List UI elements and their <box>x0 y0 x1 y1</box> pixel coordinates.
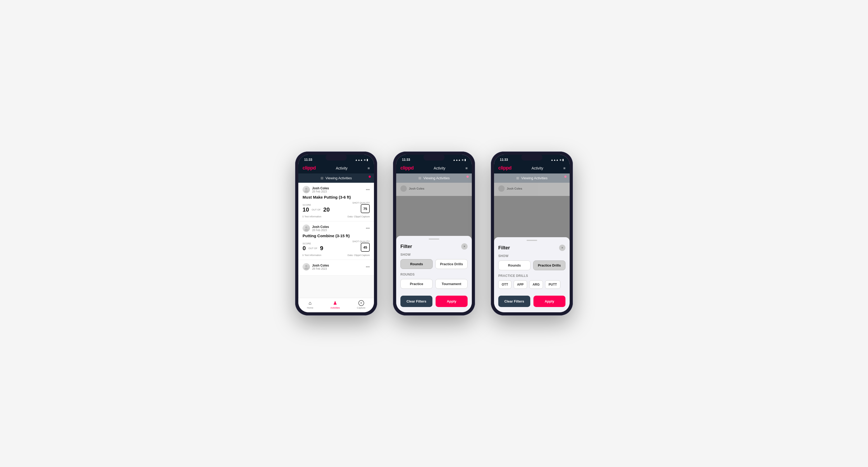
dimmed-content-2: Josh Coles Filter × <box>396 183 472 312</box>
filter-icon-2: ⊞ <box>418 176 421 180</box>
viewing-bar-2: ⊞ Viewing Activities <box>396 174 472 183</box>
viewing-bar-3: ⊞ Viewing Activities <box>494 174 570 183</box>
more-dots-2[interactable]: ••• <box>366 226 370 230</box>
data-source-1: Data: Clippd Capture <box>347 215 370 218</box>
practice-round-btn-2[interactable]: Practice <box>400 279 433 289</box>
logo-1: clippd <box>303 165 316 171</box>
svg-point-3 <box>304 229 308 231</box>
status-time-1: 11:33 <box>304 158 312 162</box>
signal-icon-1: ▲▲▲ <box>355 158 363 161</box>
practice-drills-btn-2[interactable]: Practice Drills <box>435 259 468 269</box>
tags-row-3: OTT APP ARG PUTT <box>498 280 565 289</box>
battery-icon-2: ▮ <box>464 158 466 161</box>
nav-activities-1[interactable]: ♟ Activities <box>330 300 340 309</box>
activity-card-1: Josh Coles 28 Feb 2023 ••• Must Make Put… <box>298 183 374 221</box>
card-header-1: Josh Coles 28 Feb 2023 ••• <box>303 186 370 193</box>
score-label-1: Score <box>303 204 330 206</box>
out-of-2: OUT OF <box>308 247 317 250</box>
user-name-2: Josh Coles <box>312 225 329 229</box>
score-value-1: 10 <box>303 206 309 213</box>
status-time-2: 11:33 <box>402 158 410 162</box>
ott-btn-3[interactable]: OTT <box>498 280 512 289</box>
show-section-2: Show Rounds Practice Drills <box>396 253 472 273</box>
hamburger-icon-2[interactable]: ≡ <box>465 166 468 170</box>
activity-card-3: Josh Coles 28 Feb 2023 ••• <box>298 260 374 276</box>
more-dots-1[interactable]: ••• <box>366 187 370 192</box>
show-buttons-2: Rounds Practice Drills <box>400 259 468 269</box>
app-header-1: clippd Activity ≡ <box>298 163 374 174</box>
avatar-2 <box>303 224 310 232</box>
phone-3-screen: 11:33 ▲▲▲ ⌾ ▮ clippd Activity ≡ ⊞ Viewin… <box>494 155 570 312</box>
header-title-3: Activity <box>532 166 543 170</box>
nav-capture-1[interactable]: + Capture <box>357 300 366 309</box>
out-of-1: OUT OF <box>312 208 320 211</box>
clear-filters-btn-2[interactable]: Clear Filters <box>400 295 432 307</box>
activity-title-1: Must Make Putting (3-6 ft) <box>303 195 370 199</box>
drag-handle-2 <box>429 239 439 240</box>
apply-btn-2[interactable]: Apply <box>436 295 468 307</box>
stat-group-quality-2: Shot Quality 45 <box>352 240 370 252</box>
phone-2: 11:33 ▲▲▲ ⌾ ▮ clippd Activity ≡ ⊞ Viewin… <box>393 152 475 315</box>
avatar-3 <box>303 263 310 271</box>
user-name-1: Josh Coles <box>312 186 329 190</box>
dynamic-island-2 <box>424 154 444 160</box>
rounds-btn-2[interactable]: Rounds <box>400 259 433 269</box>
putt-btn-3[interactable]: PUTT <box>545 280 560 289</box>
app-btn-3[interactable]: APP <box>514 280 527 289</box>
shots-value-2: 9 <box>320 245 323 252</box>
phone-1-screen: 11:33 ▲▲▲ ⌾ ▮ clippd Activity ≡ ⊞ Viewin… <box>298 155 374 312</box>
stats-section-2: Score 0 OUT OF 9 Shot Quality 45 <box>303 240 370 252</box>
modal-title-3: Filter <box>498 245 510 251</box>
phone-3: 11:33 ▲▲▲ ⌾ ▮ clippd Activity ≡ ⊞ Viewin… <box>491 152 573 315</box>
dynamic-island-1 <box>326 154 347 160</box>
arg-btn-3[interactable]: ARG <box>529 280 543 289</box>
logo-2: clippd <box>400 165 414 171</box>
dimmed-content-3: Josh Coles Filter × <box>494 183 570 312</box>
wifi-icon-1: ⌾ <box>364 158 366 161</box>
rounds-section-2: Rounds Practice Tournament <box>396 273 472 292</box>
user-date-2: 28 Feb 2023 <box>312 229 329 232</box>
capture-label-1: Capture <box>357 307 366 309</box>
nav-home-1[interactable]: ⌂ Home <box>307 301 313 309</box>
stat-group-quality-1: Shot Quality 75 <box>352 201 370 213</box>
phone-1: 11:33 ▲▲▲ ⌾ ▮ clippd Activity ≡ ⊞ Viewin… <box>295 152 377 315</box>
card-header-2: Josh Coles 28 Feb 2023 ••• <box>303 224 370 232</box>
user-date-1: 28 Feb 2023 <box>312 190 329 193</box>
modal-footer-2: Clear Filters Apply <box>396 292 472 307</box>
activities-icon-1: ♟ <box>333 300 337 306</box>
viewing-bar-1[interactable]: ⊞ Viewing Activities <box>298 174 374 183</box>
red-dot-1 <box>369 176 371 178</box>
viewing-bar-text-2: Viewing Activities <box>424 176 450 180</box>
svg-point-1 <box>304 190 308 192</box>
modal-close-2[interactable]: × <box>461 243 468 250</box>
signal-icon-3: ▲▲▲ <box>551 158 559 161</box>
user-info-1: Josh Coles 28 Feb 2023 <box>303 186 329 193</box>
filter-icon-1: ⊞ <box>320 176 323 180</box>
viewing-bar-text-3: Viewing Activities <box>521 176 548 180</box>
tournament-btn-2[interactable]: Tournament <box>435 279 468 289</box>
logo-3: clippd <box>498 165 512 171</box>
score-value-2: 0 <box>303 245 306 252</box>
practice-drills-btn-3[interactable]: Practice Drills <box>533 260 565 270</box>
user-date-3: 28 Feb 2023 <box>312 267 329 270</box>
card-header-3: Josh Coles 28 Feb 2023 ••• <box>303 263 370 271</box>
red-dot-2 <box>467 176 469 178</box>
user-name-3: Josh Coles <box>312 263 329 267</box>
show-buttons-3: Rounds Practice Drills <box>498 260 565 270</box>
avatar-1 <box>303 186 310 193</box>
quality-label-1: Shot Quality <box>352 201 370 204</box>
modal-close-3[interactable]: × <box>559 245 565 251</box>
card-footer-2: ℹ Test Information Data: Clippd Capture <box>303 254 370 256</box>
hamburger-icon-3[interactable]: ≡ <box>563 166 565 170</box>
apply-btn-3[interactable]: Apply <box>533 295 565 307</box>
home-label-1: Home <box>307 307 313 309</box>
status-icons-2: ▲▲▲ ⌾ ▮ <box>453 158 466 161</box>
rounds-btn-3[interactable]: Rounds <box>498 260 530 270</box>
filter-modal-2: Filter × Show Rounds Practice Drills <box>396 183 472 312</box>
more-dots-3[interactable]: ••• <box>366 265 370 269</box>
clear-filters-btn-3[interactable]: Clear Filters <box>498 295 530 307</box>
hamburger-icon-1[interactable]: ≡ <box>368 166 370 170</box>
screen-content-1: Josh Coles 28 Feb 2023 ••• Must Make Put… <box>298 183 374 298</box>
battery-icon-1: ▮ <box>367 158 368 161</box>
card-footer-1: ℹ Test Information Data: Clippd Capture <box>303 215 370 218</box>
